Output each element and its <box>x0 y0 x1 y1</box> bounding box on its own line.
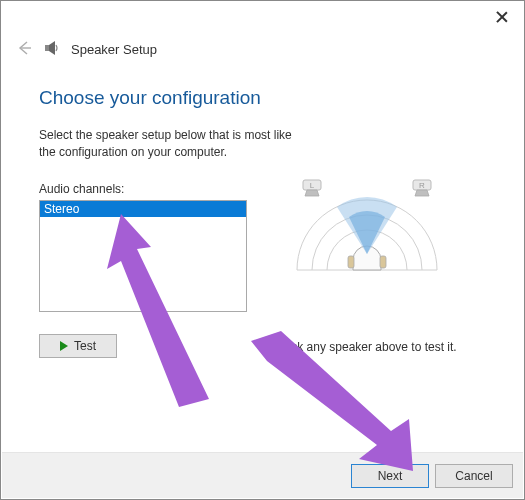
test-button-label: Test <box>74 339 96 353</box>
content: Choose your configuration Select the spe… <box>1 59 524 358</box>
svg-marker-2 <box>49 41 55 55</box>
list-item[interactable]: Stereo <box>40 201 246 217</box>
test-button[interactable]: Test <box>39 334 117 358</box>
speaker-diagram: L R <box>267 162 467 322</box>
svg-rect-1 <box>45 45 49 51</box>
svg-rect-4 <box>348 256 354 268</box>
footer: Next Cancel <box>2 452 523 498</box>
speaker-icon <box>43 39 63 59</box>
left-speaker-label: L <box>310 181 315 190</box>
right-speaker[interactable]: R <box>413 180 431 196</box>
channels-label: Audio channels: <box>39 182 249 196</box>
cancel-button[interactable]: Cancel <box>435 464 513 488</box>
right-speaker-label: R <box>419 181 425 190</box>
cancel-button-label: Cancel <box>455 469 492 483</box>
audio-channels-list[interactable]: Stereo <box>39 200 247 312</box>
svg-marker-9 <box>415 190 429 196</box>
diagram-hint: Click any speaker above to test it. <box>267 340 467 354</box>
close-icon[interactable] <box>494 9 510 25</box>
next-button[interactable]: Next <box>351 464 429 488</box>
page-title: Choose your configuration <box>39 87 490 109</box>
play-icon <box>60 341 68 351</box>
next-button-label: Next <box>378 469 403 483</box>
back-arrow-icon[interactable] <box>15 39 35 59</box>
svg-marker-7 <box>305 190 319 196</box>
instruction-text: Select the speaker setup below that is m… <box>39 127 309 162</box>
window-title: Speaker Setup <box>71 42 157 57</box>
svg-rect-5 <box>380 256 386 268</box>
header: Speaker Setup <box>1 1 524 59</box>
left-speaker[interactable]: L <box>303 180 321 196</box>
